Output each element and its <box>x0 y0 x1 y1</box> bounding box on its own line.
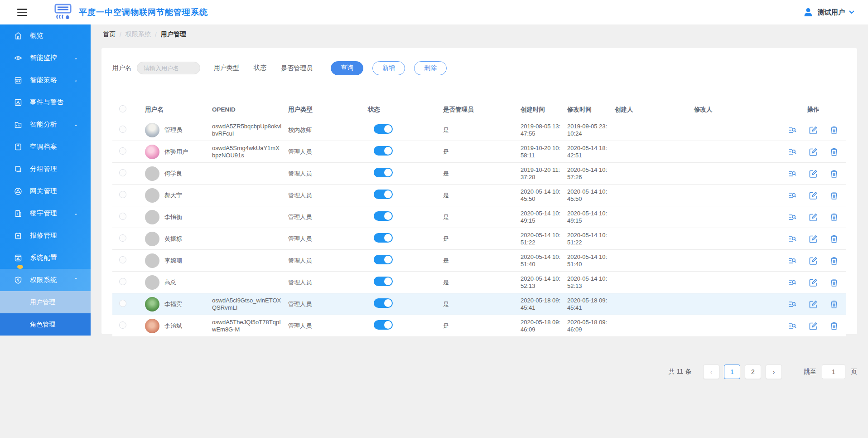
row-select-radio[interactable] <box>119 278 126 285</box>
status-toggle[interactable] <box>374 255 393 264</box>
sidebar-item-overview[interactable]: 概览 <box>0 24 91 47</box>
table-row[interactable]: 高总 管理人员 是 2020-05-14 10:52:13 2020-05-14… <box>112 272 846 293</box>
username-filter-input[interactable] <box>137 62 200 74</box>
sidebar-subitem-user-mgmt[interactable]: 用户管理 <box>0 291 91 313</box>
sidebar-item-monitoring[interactable]: 智能监控 ⌄ <box>0 47 91 69</box>
sidebar-item-building-mgmt[interactable]: 楼宇管理 ⌄ <box>0 202 91 224</box>
user-avatar <box>145 210 159 224</box>
sidebar-item-permission-system[interactable]: 权限系统 ⌃ <box>0 269 91 291</box>
table-row[interactable]: 李怡衡 管理人员 是 2020-05-14 10:49:15 2020-05-1… <box>112 206 846 228</box>
delete-icon[interactable] <box>829 321 839 331</box>
sidebar-item-gateway-mgmt[interactable]: 网关管理 <box>0 180 91 202</box>
menu-toggle-icon[interactable] <box>17 9 27 16</box>
delete-button[interactable]: 删除 <box>414 61 447 75</box>
delete-icon[interactable] <box>829 278 839 287</box>
row-select-radio[interactable] <box>119 234 126 242</box>
user-menu[interactable]: 测试用户 <box>803 0 854 24</box>
status-filter-label[interactable]: 状态 <box>254 64 266 72</box>
table-row[interactable]: 李福宾 oswdA5ci9Gtso_wlnETOXQSRvmLI 管理人员 是 … <box>112 293 846 315</box>
next-page-button[interactable]: › <box>766 365 782 379</box>
user-avatar <box>145 232 159 246</box>
is-admin-text: 是 <box>443 127 521 134</box>
sidebar-item-group-mgmt[interactable]: 分组管理 <box>0 158 91 180</box>
view-detail-icon[interactable] <box>788 300 797 309</box>
view-detail-icon[interactable] <box>788 213 797 222</box>
edit-icon[interactable] <box>809 126 818 135</box>
edit-icon[interactable] <box>809 191 818 200</box>
status-toggle[interactable] <box>374 233 393 243</box>
status-toggle[interactable] <box>374 211 393 221</box>
col-header-created: 创建时间 <box>521 106 567 113</box>
created-time-text: 2019-10-20 11:37:28 <box>521 166 567 181</box>
table-row[interactable]: 黄振标 管理人员 是 2020-05-14 10:51:22 2020-05-1… <box>112 228 846 250</box>
sidebar-subitem-role-mgmt[interactable]: 角色管理 <box>0 313 91 336</box>
status-toggle[interactable] <box>374 168 393 177</box>
delete-icon[interactable] <box>829 234 839 243</box>
table-row[interactable]: 体验用户 oswdA5Srng4wkUaY1mXbpzNOU91s 管理人员 是… <box>112 141 846 163</box>
select-all-radio[interactable] <box>119 105 126 112</box>
row-select-radio[interactable] <box>119 147 126 155</box>
username-text: 李怡衡 <box>164 214 182 221</box>
sidebar-item-ac-archive[interactable]: 空调档案 <box>0 136 91 158</box>
table-row[interactable]: 郝天宁 管理人员 是 2020-05-14 10:45:50 2020-05-1… <box>112 185 846 206</box>
edit-icon[interactable] <box>809 321 818 331</box>
status-toggle[interactable] <box>374 320 393 330</box>
usertype-filter-label[interactable]: 用户类型 <box>214 64 239 72</box>
sidebar-item-events-alerts[interactable]: 事件与警告 <box>0 91 91 113</box>
delete-icon[interactable] <box>829 256 839 265</box>
edit-icon[interactable] <box>809 147 818 156</box>
row-select-radio[interactable] <box>119 256 126 263</box>
table-row[interactable]: 何学良 管理人员 是 2019-10-20 11:37:28 2020-05-1… <box>112 163 846 185</box>
row-select-radio[interactable] <box>119 126 126 133</box>
view-detail-icon[interactable] <box>788 234 797 243</box>
view-detail-icon[interactable] <box>788 321 797 331</box>
row-select-radio[interactable] <box>119 321 126 329</box>
query-button[interactable]: 查询 <box>331 61 363 75</box>
sidebar-item-strategy[interactable]: 智能策略 ⌄ <box>0 69 91 91</box>
edit-icon[interactable] <box>809 213 818 222</box>
add-button[interactable]: 新增 <box>372 61 405 75</box>
view-detail-icon[interactable] <box>788 191 797 200</box>
sidebar-item-repair-mgmt[interactable]: 报修管理 <box>0 224 91 247</box>
delete-icon[interactable] <box>829 126 839 135</box>
edit-icon[interactable] <box>809 278 818 287</box>
status-toggle[interactable] <box>374 277 393 286</box>
sidebar-item-analysis[interactable]: 智能分析 ⌄ <box>0 113 91 136</box>
strategy-icon <box>14 76 22 84</box>
edit-icon[interactable] <box>809 256 818 265</box>
edit-icon[interactable] <box>809 300 818 309</box>
page-suffix-label: 页 <box>851 368 857 376</box>
status-toggle[interactable] <box>374 190 393 199</box>
edit-icon[interactable] <box>809 234 818 243</box>
status-toggle[interactable] <box>374 124 393 134</box>
row-select-radio[interactable] <box>119 300 126 307</box>
status-toggle[interactable] <box>374 146 393 156</box>
view-detail-icon[interactable] <box>788 256 797 265</box>
row-select-radio[interactable] <box>119 191 126 198</box>
view-detail-icon[interactable] <box>788 147 797 156</box>
delete-icon[interactable] <box>829 213 839 222</box>
row-select-radio[interactable] <box>119 169 126 176</box>
delete-icon[interactable] <box>829 169 839 178</box>
table-row[interactable]: 管理员 oswdA5ZR5bqcbpUp8okvlbvRFcuI 校内教师 是 … <box>112 119 846 141</box>
prev-page-button[interactable]: ‹ <box>703 365 719 379</box>
page-button-2[interactable]: 2 <box>745 365 761 379</box>
edit-icon[interactable] <box>809 169 818 178</box>
breadcrumb-separator: / <box>120 31 121 38</box>
view-detail-icon[interactable] <box>788 126 797 135</box>
page-button-1[interactable]: 1 <box>724 365 740 379</box>
status-toggle[interactable] <box>374 298 393 308</box>
admin-filter-label[interactable]: 是否管理员 <box>281 65 303 72</box>
delete-icon[interactable] <box>829 300 839 309</box>
view-detail-icon[interactable] <box>788 169 797 178</box>
row-select-radio[interactable] <box>119 213 126 220</box>
delete-icon[interactable] <box>829 147 839 156</box>
created-time-text: 2020-05-18 09:46:09 <box>521 319 567 333</box>
table-row[interactable]: 李婉珊 管理人员 是 2020-05-14 10:51:40 2020-05-1… <box>112 250 846 272</box>
view-detail-icon[interactable] <box>788 278 797 287</box>
table-row[interactable]: 李治斌 oswdA5TheJQI5oT78TqpIwEm8G-M 管理人员 是 … <box>112 315 846 337</box>
delete-icon[interactable] <box>829 191 839 200</box>
sidebar-item-system-config[interactable]: 系统配置 <box>0 247 91 269</box>
jump-page-input[interactable] <box>822 365 845 379</box>
breadcrumb-home[interactable]: 首页 <box>103 30 116 39</box>
